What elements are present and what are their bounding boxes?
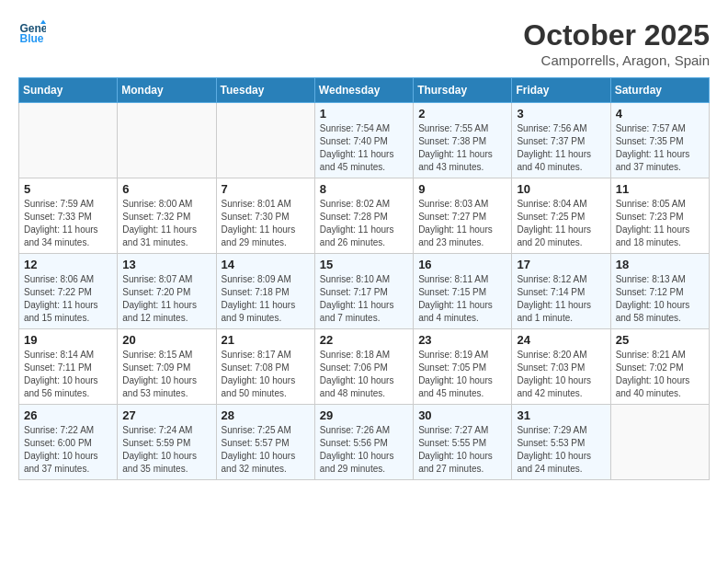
day-cell: 16Sunrise: 8:11 AM Sunset: 7:15 PM Dayli… <box>414 254 512 329</box>
day-cell: 25Sunrise: 8:21 AM Sunset: 7:02 PM Dayli… <box>610 329 709 405</box>
day-cell: 21Sunrise: 8:17 AM Sunset: 7:08 PM Dayli… <box>216 329 314 405</box>
day-info: Sunrise: 8:07 AM Sunset: 7:20 PM Dayligh… <box>122 273 210 325</box>
weekday-header-monday: Monday <box>118 78 216 103</box>
day-cell: 26Sunrise: 7:22 AM Sunset: 6:00 PM Dayli… <box>19 405 118 480</box>
day-number: 30 <box>418 408 506 422</box>
empty-cell <box>610 405 709 480</box>
day-number: 6 <box>122 182 210 196</box>
day-cell: 22Sunrise: 8:18 AM Sunset: 7:06 PM Dayli… <box>314 329 413 405</box>
day-number: 26 <box>24 408 112 422</box>
day-info: Sunrise: 7:55 AM Sunset: 7:38 PM Dayligh… <box>418 122 506 174</box>
day-cell: 7Sunrise: 8:01 AM Sunset: 7:30 PM Daylig… <box>216 178 314 254</box>
day-number: 21 <box>222 333 310 347</box>
day-info: Sunrise: 7:29 AM Sunset: 5:53 PM Dayligh… <box>517 424 605 476</box>
day-info: Sunrise: 7:54 AM Sunset: 7:40 PM Dayligh… <box>320 122 408 174</box>
day-info: Sunrise: 7:59 AM Sunset: 7:33 PM Dayligh… <box>24 198 112 249</box>
day-info: Sunrise: 7:22 AM Sunset: 6:00 PM Dayligh… <box>24 424 112 476</box>
day-number: 14 <box>222 258 310 271</box>
day-info: Sunrise: 8:19 AM Sunset: 7:05 PM Dayligh… <box>418 349 506 400</box>
day-info: Sunrise: 7:27 AM Sunset: 5:55 PM Dayligh… <box>418 424 506 476</box>
title-block: October 2025 Camporrells, Aragon, Spain <box>523 18 710 68</box>
weekday-header-saturday: Saturday <box>610 78 709 103</box>
day-number: 31 <box>517 408 605 422</box>
day-number: 15 <box>320 258 408 271</box>
day-info: Sunrise: 7:25 AM Sunset: 5:57 PM Dayligh… <box>222 424 310 476</box>
day-number: 29 <box>320 408 408 422</box>
calendar-week-row: 19Sunrise: 8:14 AM Sunset: 7:11 PM Dayli… <box>19 329 710 405</box>
day-number: 5 <box>24 182 112 196</box>
empty-cell <box>118 103 216 178</box>
day-info: Sunrise: 8:10 AM Sunset: 7:17 PM Dayligh… <box>320 273 408 325</box>
day-cell: 10Sunrise: 8:04 AM Sunset: 7:25 PM Dayli… <box>512 178 610 254</box>
day-number: 18 <box>616 258 704 271</box>
day-info: Sunrise: 8:12 AM Sunset: 7:14 PM Dayligh… <box>517 273 605 325</box>
day-cell: 29Sunrise: 7:26 AM Sunset: 5:56 PM Dayli… <box>314 405 413 480</box>
day-cell: 12Sunrise: 8:06 AM Sunset: 7:22 PM Dayli… <box>19 254 118 329</box>
day-info: Sunrise: 8:02 AM Sunset: 7:28 PM Dayligh… <box>320 198 408 249</box>
day-info: Sunrise: 8:04 AM Sunset: 7:25 PM Dayligh… <box>517 198 605 249</box>
day-cell: 20Sunrise: 8:15 AM Sunset: 7:09 PM Dayli… <box>118 329 216 405</box>
day-cell: 5Sunrise: 7:59 AM Sunset: 7:33 PM Daylig… <box>19 178 118 254</box>
day-number: 3 <box>517 107 605 121</box>
day-cell: 15Sunrise: 8:10 AM Sunset: 7:17 PM Dayli… <box>314 254 413 329</box>
day-cell: 4Sunrise: 7:57 AM Sunset: 7:35 PM Daylig… <box>610 103 709 178</box>
day-info: Sunrise: 7:56 AM Sunset: 7:37 PM Dayligh… <box>517 122 605 174</box>
day-number: 7 <box>222 182 310 196</box>
day-cell: 3Sunrise: 7:56 AM Sunset: 7:37 PM Daylig… <box>512 103 610 178</box>
weekday-header-friday: Friday <box>512 78 610 103</box>
weekday-header-thursday: Thursday <box>414 78 512 103</box>
day-cell: 18Sunrise: 8:13 AM Sunset: 7:12 PM Dayli… <box>610 254 709 329</box>
day-info: Sunrise: 8:13 AM Sunset: 7:12 PM Dayligh… <box>616 273 704 325</box>
day-number: 13 <box>122 258 210 271</box>
day-info: Sunrise: 8:17 AM Sunset: 7:08 PM Dayligh… <box>222 349 310 400</box>
day-number: 28 <box>222 408 310 422</box>
day-cell: 11Sunrise: 8:05 AM Sunset: 7:23 PM Dayli… <box>610 178 709 254</box>
calendar-week-row: 26Sunrise: 7:22 AM Sunset: 6:00 PM Dayli… <box>19 405 710 480</box>
day-number: 23 <box>418 333 506 347</box>
weekday-header-tuesday: Tuesday <box>216 78 314 103</box>
day-number: 16 <box>418 258 506 271</box>
day-cell: 23Sunrise: 8:19 AM Sunset: 7:05 PM Dayli… <box>414 329 512 405</box>
day-info: Sunrise: 8:11 AM Sunset: 7:15 PM Dayligh… <box>418 273 506 325</box>
month-title: October 2025 <box>523 18 710 52</box>
day-cell: 14Sunrise: 8:09 AM Sunset: 7:18 PM Dayli… <box>216 254 314 329</box>
page-header: General Blue October 2025 Camporrells, A… <box>18 18 710 68</box>
logo: General Blue <box>18 18 46 46</box>
day-cell: 24Sunrise: 8:20 AM Sunset: 7:03 PM Dayli… <box>512 329 610 405</box>
day-info: Sunrise: 7:26 AM Sunset: 5:56 PM Dayligh… <box>320 424 408 476</box>
weekday-header-row: SundayMondayTuesdayWednesdayThursdayFrid… <box>19 78 710 103</box>
day-cell: 1Sunrise: 7:54 AM Sunset: 7:40 PM Daylig… <box>314 103 413 178</box>
day-info: Sunrise: 8:01 AM Sunset: 7:30 PM Dayligh… <box>222 198 310 249</box>
day-info: Sunrise: 8:03 AM Sunset: 7:27 PM Dayligh… <box>418 198 506 249</box>
day-number: 4 <box>616 107 704 121</box>
day-info: Sunrise: 8:15 AM Sunset: 7:09 PM Dayligh… <box>122 349 210 400</box>
logo-icon: General Blue <box>18 18 46 46</box>
day-number: 22 <box>320 333 408 347</box>
day-info: Sunrise: 8:09 AM Sunset: 7:18 PM Dayligh… <box>222 273 310 325</box>
day-info: Sunrise: 7:24 AM Sunset: 5:59 PM Dayligh… <box>122 424 210 476</box>
calendar-week-row: 1Sunrise: 7:54 AM Sunset: 7:40 PM Daylig… <box>19 103 710 178</box>
day-info: Sunrise: 8:06 AM Sunset: 7:22 PM Dayligh… <box>24 273 112 325</box>
day-cell: 28Sunrise: 7:25 AM Sunset: 5:57 PM Dayli… <box>216 405 314 480</box>
day-number: 20 <box>122 333 210 347</box>
calendar-week-row: 12Sunrise: 8:06 AM Sunset: 7:22 PM Dayli… <box>19 254 710 329</box>
weekday-header-wednesday: Wednesday <box>314 78 413 103</box>
day-number: 2 <box>418 107 506 121</box>
day-number: 1 <box>320 107 408 121</box>
weekday-header-sunday: Sunday <box>19 78 118 103</box>
day-cell: 13Sunrise: 8:07 AM Sunset: 7:20 PM Dayli… <box>118 254 216 329</box>
day-number: 19 <box>24 333 112 347</box>
day-number: 8 <box>320 182 408 196</box>
day-cell: 17Sunrise: 8:12 AM Sunset: 7:14 PM Dayli… <box>512 254 610 329</box>
day-info: Sunrise: 8:21 AM Sunset: 7:02 PM Dayligh… <box>616 349 704 400</box>
day-info: Sunrise: 8:00 AM Sunset: 7:32 PM Dayligh… <box>122 198 210 249</box>
day-number: 10 <box>517 182 605 196</box>
day-cell: 19Sunrise: 8:14 AM Sunset: 7:11 PM Dayli… <box>19 329 118 405</box>
day-number: 27 <box>122 408 210 422</box>
day-number: 9 <box>418 182 506 196</box>
day-number: 17 <box>517 258 605 271</box>
day-number: 25 <box>616 333 704 347</box>
day-info: Sunrise: 8:20 AM Sunset: 7:03 PM Dayligh… <box>517 349 605 400</box>
empty-cell <box>216 103 314 178</box>
calendar-table: SundayMondayTuesdayWednesdayThursdayFrid… <box>18 77 710 480</box>
